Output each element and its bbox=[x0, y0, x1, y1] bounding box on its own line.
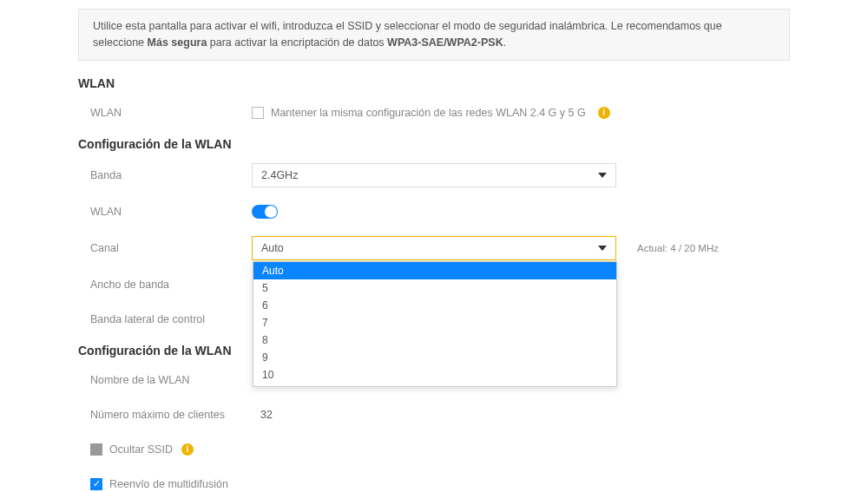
dropdown-option[interactable]: Auto bbox=[253, 262, 616, 279]
label-bandwidth: Ancho de banda bbox=[78, 279, 252, 291]
checkbox-keep-same[interactable] bbox=[252, 107, 264, 119]
value-max-clients: 32 bbox=[252, 409, 273, 421]
select-channel[interactable]: Auto Auto5678910111213 bbox=[252, 236, 616, 260]
label-wlan-name: Nombre de la WLAN bbox=[78, 374, 252, 386]
dropdown-option[interactable]: 8 bbox=[253, 331, 616, 349]
dropdown-option[interactable]: 7 bbox=[253, 314, 616, 331]
dropdown-channel-panel: Auto5678910111213 bbox=[253, 261, 617, 387]
channel-status-text: Actual: 4 / 20 MHz bbox=[637, 243, 719, 253]
label-wlan: WLAN bbox=[78, 107, 252, 119]
label-band: Banda bbox=[78, 169, 252, 181]
label-sideband: Banda lateral de control bbox=[78, 313, 252, 325]
checkbox-multicast[interactable] bbox=[90, 478, 102, 490]
dropdown-option[interactable]: 11 bbox=[253, 384, 616, 387]
dropdown-option[interactable]: 6 bbox=[253, 297, 616, 314]
checkbox-hide-ssid[interactable] bbox=[90, 443, 102, 456]
chevron-down-icon bbox=[598, 173, 607, 178]
section-wlan: WLAN bbox=[78, 76, 790, 90]
help-icon[interactable]: i bbox=[598, 107, 610, 119]
chevron-down-icon bbox=[598, 246, 607, 251]
select-band[interactable]: 2.4GHz bbox=[252, 163, 616, 187]
dropdown-option[interactable]: 5 bbox=[253, 279, 616, 297]
toggle-wlan-enable[interactable] bbox=[252, 205, 278, 219]
info-banner: Utilice esta pantalla para activar el wi… bbox=[78, 9, 790, 61]
dropdown-option[interactable]: 10 bbox=[253, 366, 616, 384]
section-wlan-config: Configuración de la WLAN bbox=[78, 137, 790, 151]
dropdown-option[interactable]: 9 bbox=[253, 349, 616, 366]
label-channel: Canal bbox=[78, 242, 252, 254]
label-max-clients: Número máximo de clientes bbox=[78, 409, 252, 421]
help-icon[interactable]: i bbox=[181, 443, 194, 456]
label-wlan-toggle: WLAN bbox=[78, 206, 252, 218]
